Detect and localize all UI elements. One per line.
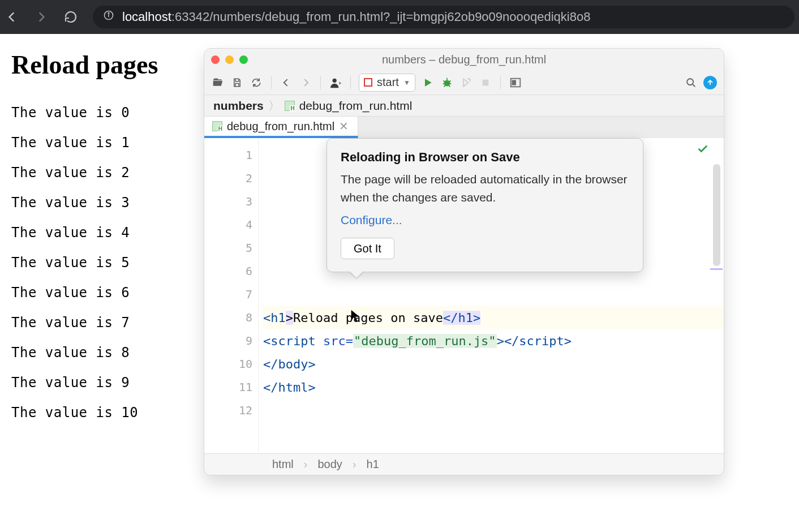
nav-back-icon[interactable] <box>280 76 293 89</box>
got-it-button[interactable]: Got It <box>341 238 394 259</box>
zoom-window-button[interactable] <box>239 55 248 64</box>
svg-point-2 <box>108 12 109 14</box>
hint-popup: Reloading in Browser on Save The page wi… <box>327 138 643 272</box>
search-everywhere-icon[interactable] <box>684 76 698 89</box>
url-text: localhost:63342/numbers/debug_from_run.h… <box>122 10 590 24</box>
code-line-9[interactable]: <script src="debug_from_run.js"></script… <box>263 329 724 353</box>
editor-tab-label: debug_from_run.html <box>227 120 334 133</box>
layout-settings-icon[interactable] <box>509 76 522 89</box>
nav-forward-icon[interactable] <box>299 76 312 89</box>
svg-point-8 <box>687 79 693 85</box>
stop-button <box>479 76 492 89</box>
address-bar[interactable]: localhost:63342/numbers/debug_from_run.h… <box>93 6 794 28</box>
sync-icon[interactable] <box>250 76 263 89</box>
window-title: numbers – debug_from_run.html <box>204 53 724 66</box>
code-line-11[interactable]: </html> <box>263 376 724 399</box>
file-crumb[interactable]: debug_from_run.html <box>299 99 413 113</box>
minimize-window-button[interactable] <box>225 55 234 64</box>
error-stripe-mark[interactable] <box>710 268 723 270</box>
tag-crumb[interactable]: body <box>317 458 342 471</box>
site-info-icon[interactable] <box>103 10 114 24</box>
back-button[interactable] <box>5 10 19 24</box>
editor-tabs: debug_from_run.html ✕ <box>204 117 724 138</box>
tag-crumb[interactable]: html <box>272 458 294 471</box>
chevron-down-icon: ▼ <box>403 79 410 87</box>
ide-window: numbers – debug_from_run.html start ▼ <box>204 48 724 475</box>
svg-rect-7 <box>512 80 516 84</box>
tag-breadcrumbs[interactable]: html › body › h1 <box>204 453 724 475</box>
window-titlebar[interactable]: numbers – debug_from_run.html <box>204 49 724 70</box>
forward-button[interactable] <box>34 10 49 24</box>
reload-button[interactable] <box>63 10 78 24</box>
save-icon[interactable] <box>230 76 244 89</box>
code-area[interactable]: <h1>Reload pages on save</h1> <script sr… <box>259 138 724 453</box>
editor-tab[interactable]: debug_from_run.html ✕ <box>204 117 358 138</box>
line-gutter[interactable]: 1 2 3 4 5 6 7 8 9 10 11 12 <box>204 138 259 453</box>
update-available-icon[interactable] <box>703 76 717 89</box>
navigation-bar[interactable]: numbers 〉 debug_from_run.html <box>204 95 724 117</box>
project-crumb[interactable]: numbers <box>213 99 264 113</box>
tag-crumb[interactable]: h1 <box>367 458 379 471</box>
open-file-icon[interactable] <box>211 76 225 89</box>
editor-scrollbar[interactable] <box>713 164 720 266</box>
run-button[interactable] <box>421 76 435 89</box>
popup-body: The page will be reloaded automatically … <box>341 170 629 206</box>
close-tab-icon[interactable]: ✕ <box>339 119 349 133</box>
run-config-label: start <box>377 76 399 89</box>
popup-title: Reloading in Browser on Save <box>341 150 629 165</box>
no-problems-icon[interactable] <box>697 143 709 158</box>
html-file-icon <box>212 121 222 131</box>
svg-point-3 <box>333 78 337 82</box>
browser-toolbar: localhost:63342/numbers/debug_from_run.h… <box>0 0 799 34</box>
run-coverage-button[interactable] <box>459 76 473 89</box>
html-file-icon <box>285 101 295 111</box>
code-editor[interactable]: 1 2 3 4 5 6 7 8 9 10 11 12 <h1>Reload pa… <box>204 138 724 453</box>
crumb-separator-icon: 〉 <box>268 98 280 114</box>
code-line-8[interactable]: <h1>Reload pages on save</h1> <box>263 306 724 329</box>
html-config-icon <box>364 78 372 87</box>
code-with-me-icon[interactable] <box>329 76 342 89</box>
code-line-10[interactable]: </body> <box>263 353 724 376</box>
svg-rect-5 <box>482 79 488 85</box>
debug-button[interactable] <box>440 76 454 89</box>
configure-link[interactable]: Configure... <box>341 213 402 226</box>
run-config-selector[interactable]: start ▼ <box>359 74 415 92</box>
close-window-button[interactable] <box>211 55 220 64</box>
ide-toolbar: start ▼ <box>204 70 724 95</box>
